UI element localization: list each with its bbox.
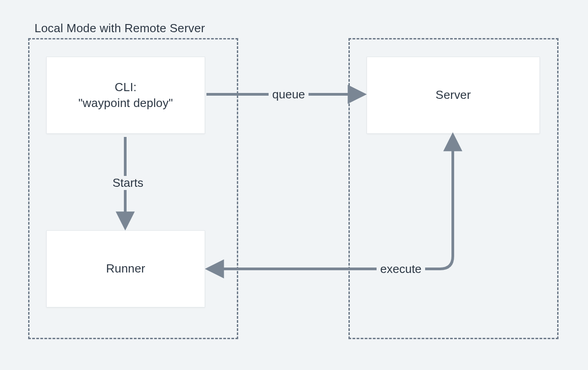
edge-starts-label: Starts [109, 176, 147, 190]
cli-line1: CLI: [115, 79, 137, 95]
cli-node: CLI: "waypoint deploy" [46, 57, 205, 134]
runner-node: Runner [46, 230, 205, 307]
diagram-stage: Local Mode with Remote Server CLI: "wayp… [0, 0, 588, 370]
runner-label: Runner [106, 261, 145, 277]
edge-queue-label: queue [269, 88, 309, 102]
edge-execute-label: execute [377, 262, 425, 276]
cli-line2: "waypoint deploy" [78, 95, 173, 111]
server-node: Server [367, 57, 540, 134]
server-label: Server [436, 87, 471, 103]
diagram-title: Local Mode with Remote Server [34, 21, 205, 35]
